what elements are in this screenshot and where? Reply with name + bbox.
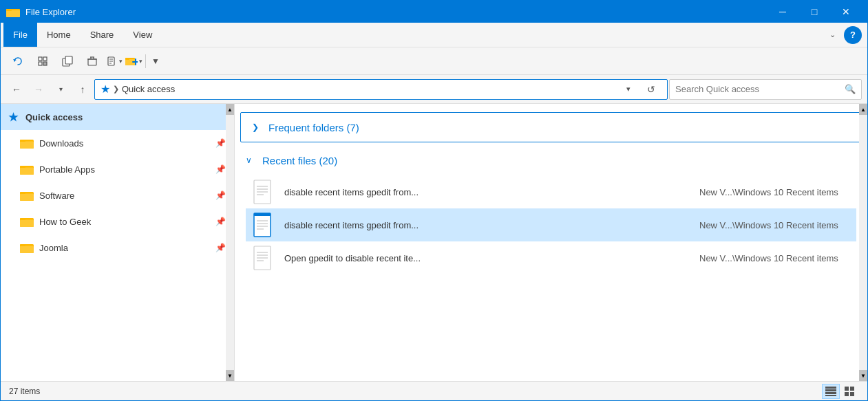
new-folder-button[interactable] <box>124 50 139 72</box>
file-item-name-2: Open gpedit to disable recent ite... <box>284 253 691 263</box>
title-bar: File Explorer ─ □ ✕ <box>1 1 867 23</box>
doc-icon <box>253 180 275 204</box>
new-folder-icon <box>125 56 138 67</box>
svg-rect-6 <box>43 62 47 65</box>
content-scrollbar[interactable]: ▲ ▼ <box>859 104 867 381</box>
toolbar-divider <box>145 54 146 68</box>
large-icons-view-icon <box>845 387 856 396</box>
title-bar-folder-icon <box>6 5 20 19</box>
content-scroll-up[interactable]: ▲ <box>859 104 867 115</box>
recent-locations-button[interactable]: ▾ <box>50 79 71 100</box>
search-input[interactable] <box>675 84 845 94</box>
address-dropdown-button[interactable]: ▾ <box>619 80 638 99</box>
svg-rect-55 <box>825 389 836 391</box>
close-button[interactable]: ✕ <box>830 1 862 23</box>
frequent-folders-header[interactable]: ❯ Frequent folders (7) <box>240 112 862 142</box>
address-path-bar[interactable]: ★ ❯ Quick access ▾ ↺ <box>94 79 668 100</box>
menu-expand-chevron[interactable]: ⌄ <box>824 28 841 42</box>
folder-icon-joomla <box>20 241 34 254</box>
move-icon <box>37 56 48 67</box>
doc-icon-2 <box>253 246 275 270</box>
file-item-icon-0 <box>251 180 276 204</box>
svg-rect-33 <box>20 220 34 228</box>
pin-icon: 📌 <box>215 191 226 200</box>
svg-rect-59 <box>850 387 854 391</box>
search-icon: 🔍 <box>845 84 856 94</box>
maximize-button[interactable]: □ <box>798 1 830 23</box>
quick-access-star-icon: ★ <box>100 83 110 96</box>
file-item-icon-1 <box>251 213 276 237</box>
frequent-folders-chevron: ❯ <box>252 122 263 132</box>
doc-selected-icon <box>253 213 275 237</box>
pin-icon: 📌 <box>215 217 226 226</box>
address-bar: ← → ▾ ↑ ★ ❯ Quick access ▾ ↺ 🔍 <box>1 75 867 104</box>
details-view-button[interactable] <box>822 384 840 399</box>
sidebar: ★ Quick access Downloads 📌 <box>1 104 235 381</box>
pin-icon: 📌 <box>215 164 226 174</box>
svg-rect-8 <box>65 56 72 64</box>
sidebar-item-joomla[interactable]: Joomla 📌 <box>1 235 234 261</box>
sidebar-item-label: How to Geek <box>39 217 210 227</box>
content-scroll-down[interactable]: ▼ <box>859 370 867 381</box>
svg-rect-4 <box>43 57 47 61</box>
folder-icon-downloads <box>20 136 34 150</box>
recent-files-chevron: ∨ <box>246 155 257 165</box>
undo-button[interactable] <box>6 50 30 72</box>
file-item-name-0: disable recent items gpedit from... <box>284 187 691 197</box>
svg-rect-57 <box>825 395 836 396</box>
file-item[interactable]: disable recent items gpedit from... New … <box>246 175 856 208</box>
scrollbar-up-arrow[interactable]: ▲ <box>226 104 234 115</box>
delete-icon <box>87 56 98 67</box>
menu-bar-right: ⌄ ? <box>824 26 865 44</box>
new-folder-dropdown-arrow[interactable]: ▾ <box>139 58 142 65</box>
svg-rect-61 <box>850 392 854 396</box>
help-button[interactable]: ? <box>844 26 862 44</box>
svg-rect-27 <box>20 168 34 175</box>
up-button[interactable]: ↑ <box>72 79 93 100</box>
svg-rect-5 <box>39 62 42 65</box>
sidebar-item-software[interactable]: Software 📌 <box>1 182 234 208</box>
search-box[interactable]: 🔍 <box>669 79 862 100</box>
scrollbar-down-arrow[interactable]: ▼ <box>226 370 234 381</box>
file-item[interactable]: disable recent items gpedit from... New … <box>246 208 856 241</box>
sidebar-item-portable-apps[interactable]: Portable Apps 📌 <box>1 156 234 182</box>
forward-button[interactable]: → <box>28 79 49 100</box>
menu-home[interactable]: Home <box>37 23 81 47</box>
frequent-folders-title: Frequent folders (7) <box>268 122 359 133</box>
sidebar-header-quick-access[interactable]: ★ Quick access <box>1 104 234 130</box>
refresh-button[interactable]: ↺ <box>641 79 661 100</box>
sidebar-item-downloads[interactable]: Downloads 📌 <box>1 130 234 156</box>
back-button[interactable]: ← <box>6 79 27 100</box>
svg-rect-24 <box>20 142 34 149</box>
menu-view[interactable]: View <box>123 23 162 47</box>
menu-share[interactable]: Share <box>81 23 124 47</box>
delete-button[interactable] <box>81 50 104 72</box>
sidebar-item-label: Joomla <box>39 243 210 253</box>
sidebar-scrollbar[interactable]: ▲ ▼ <box>226 104 234 381</box>
sidebar-header-label: Quick access <box>25 112 226 122</box>
menu-file[interactable]: File <box>3 23 37 47</box>
folder-icon-portable-apps <box>20 162 34 176</box>
recent-files-header[interactable]: ∨ Recent files (20) <box>235 145 867 175</box>
svg-rect-56 <box>825 392 836 394</box>
move-to-button[interactable] <box>31 50 54 72</box>
file-item-icon-2 <box>251 246 276 270</box>
svg-rect-36 <box>20 246 34 254</box>
svg-rect-9 <box>88 59 96 65</box>
file-item[interactable]: Open gpedit to disable recent ite... New… <box>246 241 856 274</box>
rename-dropdown-arrow[interactable]: ▾ <box>119 58 123 65</box>
svg-rect-34 <box>20 218 25 220</box>
svg-rect-37 <box>20 244 25 246</box>
rename-button[interactable] <box>105 50 119 72</box>
minimize-button[interactable]: ─ <box>767 1 798 23</box>
file-explorer-window: File Explorer ─ □ ✕ File Home Share View… <box>0 0 868 401</box>
recent-files-title: Recent files (20) <box>262 155 337 166</box>
sidebar-item-how-to-geek[interactable]: How to Geek 📌 <box>1 208 234 235</box>
details-view-icon <box>825 387 836 396</box>
file-item-location-0: New V...\Windows 10 Recent items <box>699 187 851 197</box>
large-icons-view-button[interactable] <box>841 384 859 399</box>
status-item-count: 27 items <box>9 387 822 396</box>
copy-to-button[interactable] <box>56 50 79 72</box>
file-list: disable recent items gpedit from... New … <box>235 175 867 274</box>
path-chevron-icon: ❯ <box>113 85 119 94</box>
